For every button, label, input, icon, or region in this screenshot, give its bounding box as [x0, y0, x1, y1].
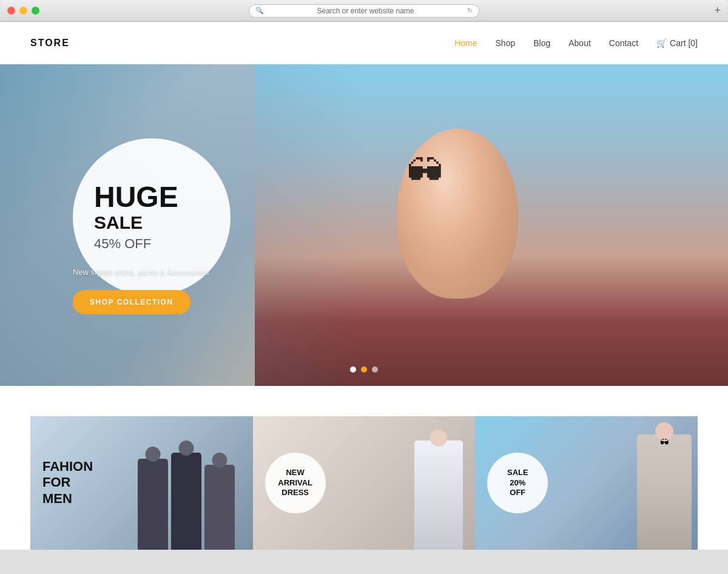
hero-subtitle: New stylish shirts, pants & Accessories: [73, 268, 209, 277]
address-text: Search or enter website name: [268, 7, 463, 15]
slider-dot-2[interactable]: [361, 366, 367, 373]
hero-background: HUGE SALE 45% OFF New stylish shirts, pa…: [0, 64, 728, 386]
window-controls: [7, 7, 39, 15]
nav-blog[interactable]: Blog: [533, 38, 550, 48]
cart-icon[interactable]: 🛒 Cart [0]: [656, 38, 698, 48]
men-figures: [126, 428, 247, 550]
figure-2: [171, 453, 201, 550]
woman-figure: [414, 441, 463, 550]
category-sale[interactable]: 🕶 SALE 20% OFF: [475, 416, 698, 550]
sale-figure: 🕶: [637, 434, 692, 550]
cat-sale-title: SALE 20% OFF: [507, 468, 528, 499]
new-tab-button[interactable]: +: [714, 4, 721, 17]
hero-section: HUGE SALE 45% OFF New stylish shirts, pa…: [0, 64, 728, 386]
hero-sale-text: SALE: [94, 212, 143, 234]
category-men[interactable]: FAHION FOR MEN: [30, 416, 253, 550]
browser-titlebar: 🔍 Search or enter website name ↻ +: [0, 0, 728, 22]
nav-home[interactable]: Home: [454, 38, 477, 48]
slider-dot-1[interactable]: [350, 366, 356, 373]
site-nav: Home Shop Blog About Contact 🛒 Cart [0]: [454, 38, 698, 48]
nav-shop[interactable]: Shop: [496, 38, 516, 48]
hero-huge-text: HUGE: [94, 183, 178, 212]
figure-1: [138, 459, 168, 550]
nav-contact[interactable]: Contact: [609, 38, 638, 48]
maximize-button[interactable]: [32, 7, 39, 15]
categories-grid: FAHION FOR MEN NEW ARRIVAL: [30, 416, 698, 550]
website-content: STORE Home Shop Blog About Contact 🛒 Car…: [0, 22, 728, 550]
hero-discount-text: 45% OFF: [94, 236, 151, 252]
refresh-button[interactable]: ↻: [467, 7, 473, 15]
address-bar[interactable]: 🔍 Search or enter website name ↻: [249, 4, 479, 18]
minimize-button[interactable]: [19, 7, 27, 15]
browser-window: 🔍 Search or enter website name ↻ + STORE…: [0, 0, 728, 574]
close-button[interactable]: [7, 7, 15, 15]
figure-3: [204, 465, 235, 550]
cart-icon-symbol: 🛒: [656, 38, 667, 48]
site-header: STORE Home Shop Blog About Contact 🛒 Car…: [0, 22, 728, 64]
slider-dots: [350, 366, 378, 373]
site-logo: STORE: [30, 38, 70, 49]
cat-men-title: FAHION FOR MEN: [42, 459, 93, 507]
categories-section: FAHION FOR MEN NEW ARRIVAL: [0, 386, 728, 550]
cat-sale-circle: SALE 20% OFF: [487, 453, 548, 513]
cat-women-title: NEW ARRIVAL DRESS: [278, 468, 312, 499]
cat-men-label: FAHION FOR MEN: [42, 459, 93, 507]
search-icon: 🔍: [255, 7, 264, 15]
cart-label: Cart [0]: [670, 38, 698, 48]
shop-collection-button[interactable]: SHOP COLLECTION: [73, 290, 190, 314]
category-women[interactable]: NEW ARRIVAL DRESS: [253, 416, 476, 550]
sale-glasses-icon: 🕶: [660, 437, 669, 447]
hero-content: New stylish shirts, pants & Accessories …: [73, 268, 209, 314]
slider-dot-3[interactable]: [372, 366, 378, 373]
nav-about[interactable]: About: [568, 38, 591, 48]
cat-women-circle: NEW ARRIVAL DRESS: [265, 453, 326, 513]
